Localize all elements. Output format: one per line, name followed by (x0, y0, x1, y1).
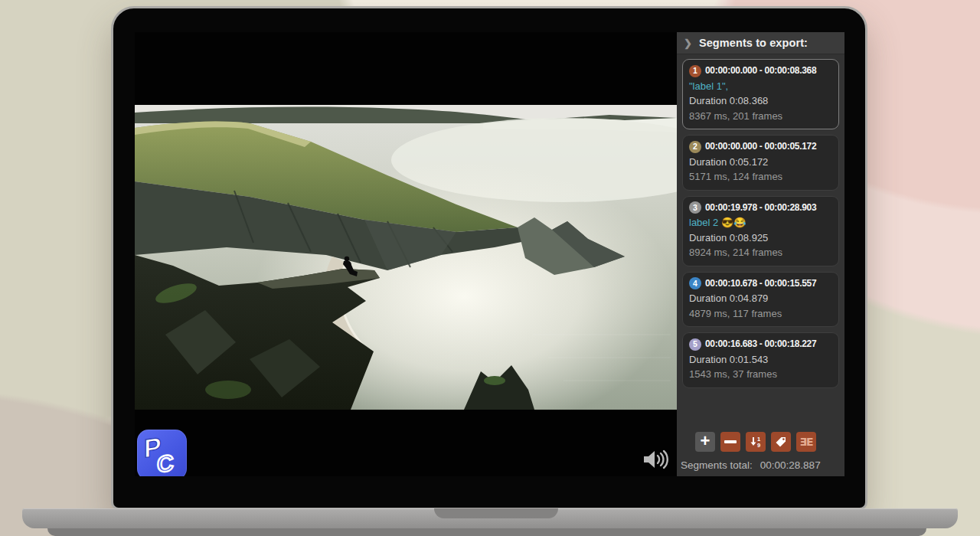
segment-number-badge: 2 (689, 141, 701, 153)
segment-meta: 4879 ms, 117 frames (689, 306, 834, 322)
segment-card-3[interactable]: 3 00:00:19.978 - 00:00:28.903 label 2 😎😂… (682, 196, 839, 266)
volume-button[interactable] (642, 448, 669, 471)
segment-meta: 8367 ms, 201 frames (689, 109, 834, 124)
remove-segment-button[interactable] (720, 432, 740, 452)
segments-toolbar: + 1 9 (677, 432, 844, 452)
segment-list: 1 00:00:00.000 - 00:00:08.368 "label 1",… (677, 54, 844, 432)
laptop-lid-notch (434, 508, 558, 518)
segment-label: label 2 😎😂 (689, 215, 834, 230)
segment-card-4[interactable]: 4 00:00:10.678 - 00:00:15.557 Duration 0… (682, 272, 839, 328)
segments-total-label: Segments total: (681, 459, 753, 471)
segment-duration: Duration 0:08.925 (689, 230, 834, 246)
laptop-base (22, 508, 958, 528)
segment-range: 00:00:00.000 - 00:00:05.172 (705, 139, 816, 155)
segment-range: 00:00:00.000 - 00:00:08.368 (705, 64, 816, 79)
segment-meta: 8924 ms, 214 frames (689, 245, 834, 260)
segments-panel: ❯ Segments to export: 1 00:00:00.000 - 0… (677, 32, 844, 476)
plus-icon: + (701, 433, 710, 449)
chevron-right-icon[interactable]: ❯ (684, 38, 692, 48)
minus-icon (724, 440, 737, 443)
segments-total-value: 00:00:28.887 (760, 459, 821, 471)
panel-title: Segments to export: (699, 37, 808, 49)
svg-text:9: 9 (757, 442, 760, 448)
segments-panel-header: ❯ Segments to export: (677, 32, 844, 54)
sort-numeric-down-icon: 1 9 (750, 436, 762, 448)
segment-range: 00:00:16.683 - 00:00:18.227 (705, 337, 816, 352)
laptop-screen: P C ❯ (111, 6, 867, 510)
segment-card-2[interactable]: 2 00:00:00.000 - 00:00:05.172 Duration 0… (682, 135, 839, 191)
app-logo: P C (137, 430, 187, 476)
video-frame-coastal-scene (135, 105, 677, 410)
tag-icon (775, 436, 787, 448)
segment-duration: Duration 0:04.879 (689, 291, 834, 306)
segment-meta: 1543 ms, 37 frames (689, 367, 834, 382)
label-segment-button[interactable] (771, 432, 791, 452)
segment-duration: Duration 0:08.368 (689, 93, 834, 109)
segments-total: Segments total: 00:00:28.887 (677, 459, 844, 476)
add-segment-button[interactable]: + (695, 432, 715, 452)
segment-duration: Duration 0:01.543 (689, 352, 834, 368)
segment-number-badge: 1 (689, 65, 701, 77)
segment-number-badge: 5 (689, 338, 701, 351)
sort-segments-button[interactable]: 1 9 (746, 432, 766, 452)
segment-card-1[interactable]: 1 00:00:00.000 - 00:00:08.368 "label 1",… (682, 59, 839, 129)
segment-range: 00:00:10.678 - 00:00:15.557 (705, 276, 816, 292)
segment-number-badge: 3 (689, 201, 701, 214)
merge-icon: ƎE (799, 436, 812, 448)
segment-card-5[interactable]: 5 00:00:16.683 - 00:00:18.227 Duration 0… (682, 332, 839, 388)
segment-range: 00:00:19.978 - 00:00:28.903 (705, 201, 816, 216)
laptop-base-edge (47, 528, 926, 536)
segment-number-badge: 4 (689, 277, 701, 289)
merge-segments-button[interactable]: ƎE (796, 432, 816, 452)
speaker-icon (644, 451, 668, 468)
segment-duration: Duration 0:05.172 (689, 155, 834, 170)
segment-label: "label 1", (689, 79, 834, 94)
app-window: P C ❯ (135, 32, 844, 476)
desk-background: P C ❯ (0, 0, 980, 536)
logo-letter-c: C (157, 449, 174, 476)
segment-meta: 5171 ms, 124 frames (689, 169, 834, 185)
video-player[interactable]: P C (135, 32, 677, 476)
